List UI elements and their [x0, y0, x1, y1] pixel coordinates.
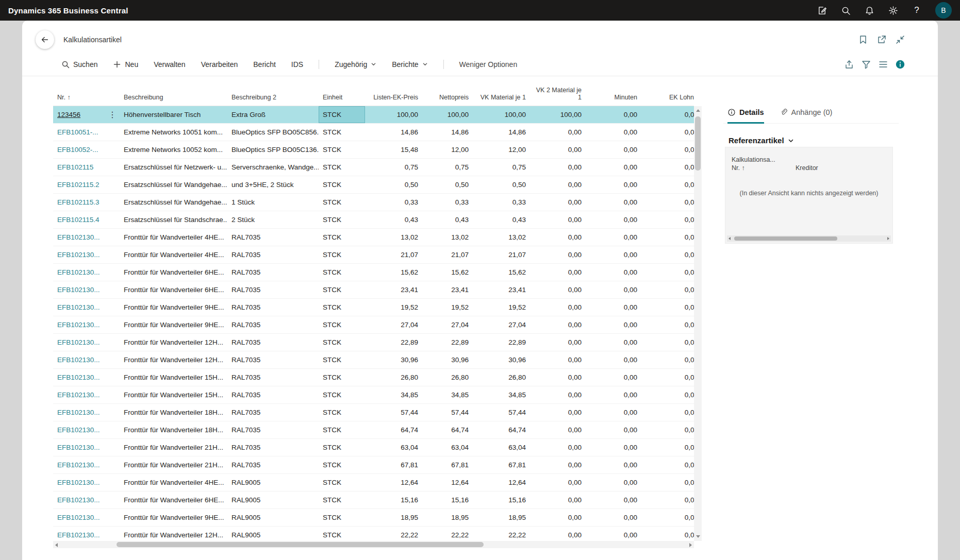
cell-beschreibung2[interactable]: RAL7035	[227, 246, 319, 263]
cell-nr[interactable]: EFB102130...	[53, 474, 120, 491]
cell-beschreibung[interactable]: Höhenverstellbarer Tisch	[120, 106, 227, 123]
cell-vk_material_je_1[interactable]: 0,75	[473, 159, 530, 176]
cell-beschreibung[interactable]: Fronttür für Wandverteiler 15H...	[120, 369, 227, 386]
cell-vk_material_je_1[interactable]: 26,80	[473, 369, 530, 386]
table-row[interactable]: EFB102130...Fronttür für Wandverteiler 1…	[53, 386, 694, 404]
table-row[interactable]: EFB102130...Fronttür für Wandverteiler 4…	[53, 246, 694, 264]
cell-nr[interactable]: EFB102130...	[53, 334, 120, 351]
cell-ek_lohn[interactable]: 0,00	[641, 176, 694, 193]
cell-minuten[interactable]: 0,00	[586, 439, 641, 456]
cell-listen_ek_preis[interactable]: 19,52	[365, 299, 422, 316]
cell-beschreibung[interactable]: Fronttür für Wandverteiler 9HE...	[120, 299, 227, 316]
cell-ek_lohn[interactable]: 0,00	[641, 229, 694, 246]
cell-listen_ek_preis[interactable]: 26,80	[365, 369, 422, 386]
cell-einheit[interactable]: STCK	[319, 159, 365, 176]
table-row[interactable]: EFB102130...Fronttür für Wandverteiler 1…	[53, 334, 694, 351]
cell-vk2_material_je_1[interactable]: 0,00	[530, 369, 586, 386]
cell-einheit[interactable]: STCK	[319, 439, 365, 456]
cell-beschreibung2[interactable]: RAL7035	[227, 386, 319, 403]
cell-beschreibung2[interactable]: RAL7035	[227, 439, 319, 456]
cell-vk_material_je_1[interactable]: 23,41	[473, 281, 530, 298]
open-in-window-icon[interactable]	[876, 35, 887, 45]
avatar[interactable]: B	[935, 2, 952, 19]
layout-list-icon[interactable]	[878, 59, 888, 70]
cell-vk2_material_je_1[interactable]: 0,00	[530, 491, 586, 508]
cell-einheit[interactable]: STCK	[319, 106, 365, 123]
cell-ek_lohn[interactable]: 0,00	[641, 456, 694, 473]
cell-einheit[interactable]: STCK	[319, 229, 365, 246]
item-number-link[interactable]: EFB102130...	[57, 391, 100, 399]
cell-minuten[interactable]: 0,00	[586, 246, 641, 263]
cell-ek_lohn[interactable]: 0,00	[641, 421, 694, 438]
cell-nettopreis[interactable]: 30,96	[422, 351, 473, 368]
cell-ek_lohn[interactable]: 0,00	[641, 246, 694, 263]
cell-ek_lohn[interactable]: 0,00	[641, 211, 694, 228]
cell-nettopreis[interactable]: 27,04	[422, 316, 473, 333]
cell-vk2_material_je_1[interactable]: 0,00	[530, 421, 586, 438]
cell-vk_material_je_1[interactable]: 19,52	[473, 299, 530, 316]
tab-attachments[interactable]: Anhänge (0)	[780, 101, 833, 123]
cell-beschreibung[interactable]: Extreme Networks 10052 kom...	[120, 141, 227, 158]
cell-nettopreis[interactable]: 18,95	[422, 509, 473, 526]
item-number-link[interactable]: EFB102115.3	[57, 198, 100, 206]
cell-minuten[interactable]: 0,00	[586, 386, 641, 403]
cell-nr[interactable]: EFB10052-...	[53, 141, 120, 158]
item-number-link[interactable]: EFB102130...	[57, 479, 100, 486]
cell-nettopreis[interactable]: 12,00	[422, 141, 473, 158]
item-number-link[interactable]: EFB102130...	[57, 356, 100, 364]
cell-nettopreis[interactable]: 0,75	[422, 159, 473, 176]
table-row[interactable]: EFB102130...Fronttür für Wandverteiler 1…	[53, 351, 694, 369]
cell-vk_material_je_1[interactable]: 0,50	[473, 176, 530, 193]
cell-beschreibung2[interactable]: RAL7035	[227, 334, 319, 351]
table-row[interactable]: EFB102130...Fronttür für Wandverteiler 4…	[53, 474, 694, 491]
cell-vk_material_je_1[interactable]: 67,81	[473, 456, 530, 473]
cell-nr[interactable]: EFB102115	[53, 159, 120, 176]
cell-beschreibung[interactable]: Fronttür für Wandverteiler 12H...	[120, 527, 227, 541]
cell-vk_material_je_1[interactable]: 21,07	[473, 246, 530, 263]
cell-beschreibung[interactable]: Fronttür für Wandverteiler 9HE...	[120, 509, 227, 526]
cell-minuten[interactable]: 0,00	[586, 369, 641, 386]
cell-beschreibung[interactable]: Fronttür für Wandverteiler 12H...	[120, 351, 227, 368]
cell-vk_material_je_1[interactable]: 57,44	[473, 404, 530, 421]
cell-beschreibung[interactable]: Fronttür für Wandverteiler 4HE...	[120, 246, 227, 263]
table-row[interactable]: EFB102130...Fronttür für Wandverteiler 2…	[53, 439, 694, 456]
table-row[interactable]: EFB102130...Fronttür für Wandverteiler 9…	[53, 316, 694, 334]
item-number-link[interactable]: EFB102130...	[57, 233, 100, 241]
scroll-down-arrow[interactable]	[696, 535, 700, 538]
table-row[interactable]: EFB10051-...Extreme Networks 10051 kom..…	[53, 124, 694, 141]
item-number-link[interactable]: EFB102130...	[57, 286, 100, 294]
cell-minuten[interactable]: 0,00	[586, 474, 641, 491]
horizontal-scrollbar[interactable]	[53, 541, 694, 548]
cell-nettopreis[interactable]: 100,00	[422, 106, 473, 123]
cell-nr[interactable]: EFB102115.3	[53, 194, 120, 211]
scroll-left-arrow[interactable]	[729, 237, 731, 240]
item-number-link[interactable]: EFB10051-...	[57, 128, 98, 136]
cell-listen_ek_preis[interactable]: 15,16	[365, 491, 422, 508]
cell-nettopreis[interactable]: 34,85	[422, 386, 473, 403]
cell-nr[interactable]: EFB102130...	[53, 527, 120, 541]
item-number-link[interactable]: EFB102130...	[57, 426, 100, 434]
cell-beschreibung[interactable]: Ersatzschlüssel für Netzwerk- u...	[120, 159, 227, 176]
cell-einheit[interactable]: STCK	[319, 141, 365, 158]
cell-einheit[interactable]: STCK	[319, 124, 365, 141]
action-bericht[interactable]: Bericht	[253, 60, 276, 69]
cell-beschreibung2[interactable]: 2 Stück	[227, 211, 319, 228]
cell-vk_material_je_1[interactable]: 63,04	[473, 439, 530, 456]
cell-nr[interactable]: EFB102130...	[53, 299, 120, 316]
cell-minuten[interactable]: 0,00	[586, 404, 641, 421]
cell-listen_ek_preis[interactable]: 23,41	[365, 281, 422, 298]
cell-beschreibung2[interactable]: BlueOptics SFP BO05C856...	[227, 124, 319, 141]
cell-beschreibung2[interactable]: und 3+5HE, 2 Stück	[227, 176, 319, 193]
cell-beschreibung2[interactable]: Extra Groß	[227, 106, 319, 123]
cell-einheit[interactable]: STCK	[319, 316, 365, 333]
factbox-info-icon[interactable]	[895, 59, 905, 70]
cell-minuten[interactable]: 0,00	[586, 229, 641, 246]
cell-einheit[interactable]: STCK	[319, 456, 365, 473]
cell-beschreibung[interactable]: Fronttür für Wandverteiler 4HE...	[120, 229, 227, 246]
cell-beschreibung[interactable]: Fronttür für Wandverteiler 21H...	[120, 456, 227, 473]
vertical-scroll-thumb[interactable]	[695, 116, 701, 171]
cell-ek_lohn[interactable]: 0,00	[641, 299, 694, 316]
cell-nr[interactable]: EFB102115.2	[53, 176, 120, 193]
cell-ek_lohn[interactable]: 0,00	[641, 491, 694, 508]
cell-beschreibung2[interactable]: RAL7035	[227, 456, 319, 473]
